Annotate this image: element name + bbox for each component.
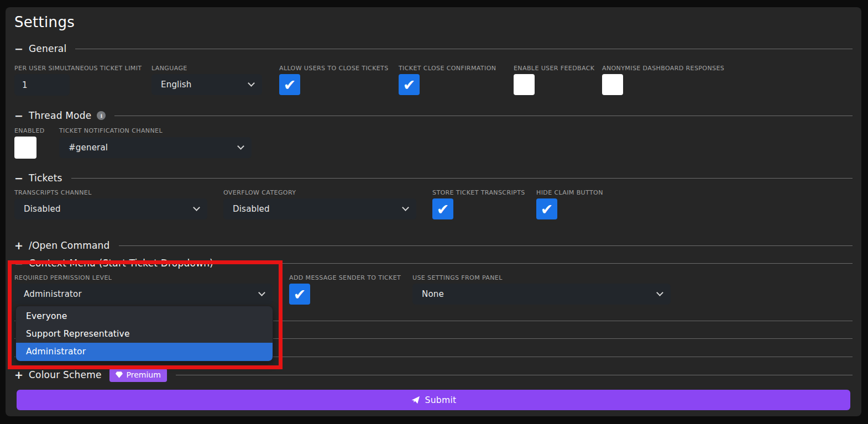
- transcripts-channel-select[interactable]: Disabled: [14, 198, 207, 219]
- collapse-icon: −: [14, 257, 29, 269]
- section-header-context-menu[interactable]: − Context Menu (Start Ticket Dropdown): [14, 256, 853, 270]
- dropdown-option[interactable]: Support Representative: [16, 325, 273, 343]
- ticket-limit-label: PER USER SIMULTANEOUS TICKET LIMIT: [14, 65, 142, 72]
- hide-claim-checkbox[interactable]: [536, 198, 557, 219]
- notification-channel-label: TICKET NOTIFICATION CHANNEL: [59, 127, 163, 134]
- submit-button[interactable]: Submit: [17, 390, 850, 410]
- ticket-limit-input[interactable]: [14, 74, 70, 96]
- info-icon[interactable]: i: [97, 111, 106, 120]
- enable-feedback-checkbox[interactable]: [514, 74, 535, 95]
- permission-level-select[interactable]: Administrator: [14, 284, 273, 305]
- close-confirmation-label: TICKET CLOSE CONFIRMATION: [399, 65, 496, 72]
- section-header-tickets[interactable]: − Tickets: [14, 171, 853, 185]
- section-header-thread-mode[interactable]: − Thread Mode i: [14, 108, 853, 123]
- submit-button-label: Submit: [425, 395, 457, 405]
- thread-enabled-checkbox[interactable]: [14, 137, 36, 159]
- anonymise-label: ANONYMISE DASHBOARD RESPONSES: [602, 65, 724, 72]
- section-title: Context Menu (Start Ticket Dropdown): [29, 258, 213, 269]
- section-header-general[interactable]: − General: [14, 41, 853, 56]
- chevron-down-icon: [248, 80, 255, 87]
- panel-settings-select[interactable]: None: [412, 284, 671, 305]
- store-transcripts-checkbox[interactable]: [432, 198, 453, 219]
- gem-icon: [116, 371, 123, 378]
- enabled-label: ENABLED: [14, 127, 45, 134]
- allow-close-label: ALLOW USERS TO CLOSE TICKETS: [279, 65, 389, 72]
- section-title: /Open Command: [29, 240, 110, 251]
- paper-plane-icon: [411, 395, 420, 405]
- section-header-colour-scheme[interactable]: + Colour Scheme Premium: [14, 368, 853, 382]
- chevron-down-icon: [258, 289, 265, 296]
- chevron-down-icon: [237, 143, 244, 150]
- language-select[interactable]: English: [151, 74, 262, 95]
- collapse-icon: −: [14, 172, 29, 184]
- chevron-down-icon: [193, 204, 200, 211]
- allow-close-checkbox[interactable]: [279, 74, 300, 95]
- section-divider: [119, 245, 853, 246]
- chevron-down-icon: [402, 204, 409, 211]
- section-title: Tickets: [29, 172, 62, 184]
- section-title: General: [29, 43, 66, 54]
- store-transcripts-label: STORE TICKET TRANSCRIPTS: [432, 189, 525, 196]
- add-sender-checkbox[interactable]: [289, 284, 310, 305]
- collapse-icon: −: [14, 43, 29, 55]
- section-title: Colour Scheme: [29, 369, 102, 380]
- section-divider: [176, 375, 853, 375]
- section-header-open-command[interactable]: + /Open Command: [14, 238, 853, 253]
- anonymise-checkbox[interactable]: [602, 74, 623, 95]
- add-sender-label: ADD MESSAGE SENDER TO TICKET: [289, 274, 401, 281]
- collapse-icon: −: [14, 109, 29, 122]
- dropdown-option[interactable]: Everyone: [16, 307, 273, 325]
- section-divider: [75, 49, 853, 49]
- page-title: Settings: [14, 14, 75, 30]
- section-title: Thread Mode: [29, 110, 91, 121]
- premium-badge-label: Premium: [127, 370, 161, 379]
- expand-icon: +: [14, 369, 29, 381]
- chevron-down-icon: [656, 289, 663, 296]
- transcripts-channel-label: TRANSCRIPTS CHANNEL: [14, 189, 92, 196]
- premium-badge: Premium: [109, 368, 167, 382]
- overflow-category-select[interactable]: Disabled: [223, 198, 416, 219]
- hide-claim-label: HIDE CLAIM BUTTON: [536, 189, 603, 196]
- expand-icon: +: [14, 239, 29, 252]
- dropdown-option[interactable]: Administrator: [16, 343, 273, 361]
- overflow-category-label: OVERFLOW CATEGORY: [223, 189, 296, 196]
- section-divider: [71, 178, 853, 179]
- section-divider: [222, 263, 853, 264]
- notification-channel-select[interactable]: #general: [59, 137, 252, 158]
- permission-level-label: REQUIRED PERMISSION LEVEL: [14, 274, 112, 281]
- permission-dropdown-menu: EveryoneSupport RepresentativeAdministra…: [15, 306, 273, 362]
- panel-settings-label: USE SETTINGS FROM PANEL: [412, 274, 503, 281]
- language-label: LANGUAGE: [151, 65, 187, 72]
- section-divider: [114, 116, 853, 116]
- close-confirmation-checkbox[interactable]: [399, 74, 420, 95]
- enable-feedback-label: ENABLE USER FEEDBACK: [514, 65, 594, 72]
